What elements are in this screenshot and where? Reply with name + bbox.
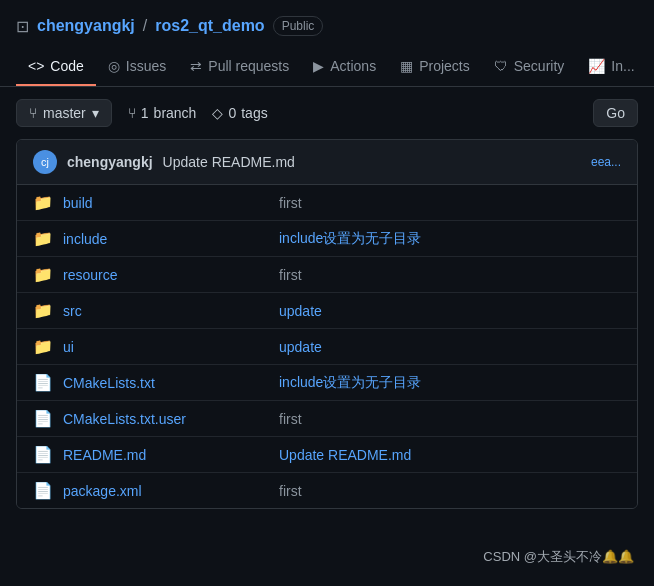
tab-projects-label: Projects: [419, 58, 470, 74]
branch-selector-name: master: [43, 105, 86, 121]
table-row: 📄CMakeLists.txtinclude设置为无子目录: [17, 365, 637, 401]
table-row: 📄README.mdUpdate README.md: [17, 437, 637, 473]
tab-pull-requests[interactable]: ⇄ Pull requests: [178, 48, 301, 86]
table-row: 📄CMakeLists.txt.userfirst: [17, 401, 637, 437]
public-badge: Public: [273, 16, 324, 36]
pr-icon: ⇄: [190, 58, 202, 74]
tag-icon: ◇: [212, 105, 223, 121]
tab-security-label: Security: [514, 58, 565, 74]
tab-insights[interactable]: 📈 In...: [576, 48, 646, 86]
branch-selector-icon: ⑂: [29, 105, 37, 121]
tag-count: 0: [228, 105, 236, 121]
branch-meta: ⑂ 1 branch ◇ 0 tags: [128, 105, 268, 121]
tab-issues[interactable]: ◎ Issues: [96, 48, 178, 86]
go-button[interactable]: Go: [593, 99, 638, 127]
tab-code[interactable]: <> Code: [16, 48, 96, 86]
tag-count-link[interactable]: ◇ 0 tags: [212, 105, 267, 121]
branch-bar: ⑂ master ▾ ⑂ 1 branch ◇ 0 tags Go: [0, 87, 654, 139]
security-icon: 🛡: [494, 58, 508, 74]
file-commit-message: update: [279, 339, 621, 355]
tab-projects[interactable]: ▦ Projects: [388, 48, 482, 86]
avatar-initials: cj: [41, 156, 49, 168]
file-commit-message: first: [279, 411, 621, 427]
file-icon: 📄: [33, 481, 53, 500]
tab-code-label: Code: [50, 58, 83, 74]
file-name[interactable]: resource: [63, 267, 263, 283]
actions-icon: ▶: [313, 58, 324, 74]
watermark: CSDN @大圣头不冷🔔🔔: [483, 548, 634, 566]
file-icon: 📄: [33, 373, 53, 392]
file-commit-message: update: [279, 303, 621, 319]
file-name[interactable]: README.md: [63, 447, 263, 463]
tab-security[interactable]: 🛡 Security: [482, 48, 577, 86]
folder-icon: 📁: [33, 229, 53, 248]
file-commit-message: first: [279, 195, 621, 211]
code-icon: <>: [28, 58, 44, 74]
file-name[interactable]: src: [63, 303, 263, 319]
commit-message: Update README.md: [163, 154, 295, 170]
folder-icon: 📁: [33, 337, 53, 356]
repo-header: ⊡ chengyangkj / ros2_qt_demo Public: [0, 0, 654, 36]
repo-owner[interactable]: chengyangkj: [37, 17, 135, 35]
branch-label: branch: [154, 105, 197, 121]
branch-dropdown-icon: ▾: [92, 105, 99, 121]
file-commit-message: include设置为无子目录: [279, 230, 621, 248]
file-name[interactable]: include: [63, 231, 263, 247]
table-row: 📁buildfirst: [17, 185, 637, 221]
table-row: 📁srcupdate: [17, 293, 637, 329]
table-row: 📁uiupdate: [17, 329, 637, 365]
commit-hash[interactable]: eea...: [591, 155, 621, 169]
file-icon: 📄: [33, 409, 53, 428]
file-name[interactable]: package.xml: [63, 483, 263, 499]
branch-count-icon: ⑂: [128, 105, 136, 121]
avatar: cj: [33, 150, 57, 174]
file-commit-message: include设置为无子目录: [279, 374, 621, 392]
folder-icon: 📁: [33, 193, 53, 212]
file-name[interactable]: CMakeLists.txt.user: [63, 411, 263, 427]
tab-issues-label: Issues: [126, 58, 166, 74]
commit-author[interactable]: chengyangkj: [67, 154, 153, 170]
table-row: 📁resourcefirst: [17, 257, 637, 293]
tab-pr-label: Pull requests: [208, 58, 289, 74]
file-name[interactable]: build: [63, 195, 263, 211]
branch-count-link[interactable]: ⑂ 1 branch: [128, 105, 197, 121]
tag-label: tags: [241, 105, 267, 121]
tab-actions-label: Actions: [330, 58, 376, 74]
file-list: cj chengyangkj Update README.md eea... 📁…: [16, 139, 638, 509]
commit-header-row: cj chengyangkj Update README.md eea...: [17, 140, 637, 185]
file-commit-message: first: [279, 483, 621, 499]
file-commit-message: first: [279, 267, 621, 283]
projects-icon: ▦: [400, 58, 413, 74]
file-name[interactable]: ui: [63, 339, 263, 355]
branch-count: 1: [141, 105, 149, 121]
repo-icon: ⊡: [16, 17, 29, 36]
repo-name[interactable]: ros2_qt_demo: [155, 17, 264, 35]
folder-icon: 📁: [33, 301, 53, 320]
branch-selector[interactable]: ⑂ master ▾: [16, 99, 112, 127]
tab-insights-label: In...: [611, 58, 634, 74]
tab-actions[interactable]: ▶ Actions: [301, 48, 388, 86]
repo-separator: /: [143, 17, 147, 35]
table-row: 📁includeinclude设置为无子目录: [17, 221, 637, 257]
file-name[interactable]: CMakeLists.txt: [63, 375, 263, 391]
file-rows-container: 📁buildfirst📁includeinclude设置为无子目录📁resour…: [17, 185, 637, 508]
file-commit-message: Update README.md: [279, 447, 621, 463]
file-icon: 📄: [33, 445, 53, 464]
insights-icon: 📈: [588, 58, 605, 74]
issues-icon: ◎: [108, 58, 120, 74]
folder-icon: 📁: [33, 265, 53, 284]
nav-tabs: <> Code ◎ Issues ⇄ Pull requests ▶ Actio…: [0, 48, 654, 87]
table-row: 📄package.xmlfirst: [17, 473, 637, 508]
